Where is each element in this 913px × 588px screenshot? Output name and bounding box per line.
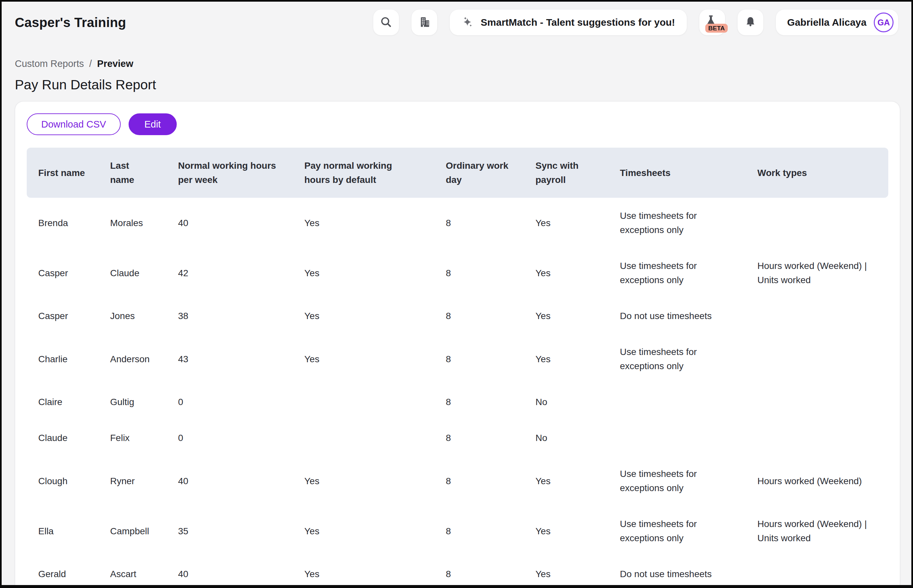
table-body: BrendaMorales40Yes8YesUse timesheets for… [27, 198, 888, 585]
table-row: EllaCampbell35Yes8YesUse timesheets for … [27, 506, 888, 556]
user-name: Gabriella Alicaya [787, 17, 866, 28]
column-header: Timesheets [608, 148, 746, 198]
table-cell: 42 [166, 248, 293, 298]
bell-icon [744, 16, 757, 30]
page-title: Pay Run Details Report [15, 77, 898, 93]
table-cell [746, 334, 888, 384]
table-cell [746, 298, 888, 334]
breadcrumb-custom-reports[interactable]: Custom Reports [15, 58, 84, 69]
table-row: BrendaMorales40Yes8YesUse timesheets for… [27, 198, 888, 248]
edit-button[interactable]: Edit [129, 113, 177, 135]
table-cell: Clough [27, 456, 99, 506]
table-cell [293, 420, 434, 456]
table-cell: Felix [99, 420, 166, 456]
breadcrumb: Custom Reports / Preview [15, 58, 898, 69]
table-row: ClaudeFelix08No [27, 420, 888, 456]
table-cell: 0 [166, 420, 293, 456]
table-cell: Brenda [27, 198, 99, 248]
table-cell: Yes [524, 334, 608, 384]
table-cell: Casper [27, 248, 99, 298]
download-csv-button[interactable]: Download CSV [27, 113, 121, 135]
table-cell [746, 556, 888, 585]
table-cell: Anderson [99, 334, 166, 384]
table-cell: Yes [524, 506, 608, 556]
table-cell: 40 [166, 456, 293, 506]
search-icon [380, 16, 393, 30]
smartmatch-label: SmartMatch - Talent suggestions for you! [481, 17, 675, 28]
table-cell: 8 [434, 384, 524, 420]
table-cell: Yes [524, 248, 608, 298]
breadcrumb-separator: / [89, 58, 92, 69]
table-cell: Use timesheets for exceptions only [608, 334, 746, 384]
table-cell: Ascart [99, 556, 166, 585]
table-cell: 8 [434, 456, 524, 506]
top-bar: Casper's Training [2, 2, 911, 35]
table-row: ClaireGultig08No [27, 384, 888, 420]
notifications-button[interactable] [738, 10, 763, 35]
table-cell [293, 384, 434, 420]
column-header: Pay normal working hours by default [293, 148, 434, 198]
table-cell: Claude [99, 248, 166, 298]
table-row: CloughRyner40Yes8YesUse timesheets for e… [27, 456, 888, 506]
column-header: Sync with payroll [524, 148, 608, 198]
table-row: CharlieAnderson43Yes8YesUse timesheets f… [27, 334, 888, 384]
table-cell: 8 [434, 198, 524, 248]
table-cell: 8 [434, 556, 524, 585]
table-cell: Casper [27, 298, 99, 334]
breadcrumb-current: Preview [97, 58, 134, 69]
table-cell: Hours worked (Weekend) | Units worked [746, 248, 888, 298]
table-cell: Morales [99, 198, 166, 248]
column-header: Work types [746, 148, 888, 198]
table-cell: 8 [434, 506, 524, 556]
column-header: Normal working hours per week [166, 148, 293, 198]
smartmatch-button[interactable]: SmartMatch - Talent suggestions for you! [450, 10, 687, 35]
table-cell: Hours worked (Weekend) [746, 456, 888, 506]
profile-button[interactable]: Gabriella Alicaya GA [776, 10, 898, 35]
table-cell: Ryner [99, 456, 166, 506]
table-cell [746, 384, 888, 420]
table-cell: Yes [293, 298, 434, 334]
table-cell: 40 [166, 556, 293, 585]
organisations-button[interactable] [412, 10, 437, 35]
table-cell: Use timesheets for exceptions only [608, 456, 746, 506]
table-cell: No [524, 384, 608, 420]
table-cell: 43 [166, 334, 293, 384]
table-cell: Yes [293, 506, 434, 556]
beta-badge: BETA [705, 24, 728, 32]
table-cell: Campbell [99, 506, 166, 556]
table-cell: No [524, 420, 608, 456]
table-cell [608, 420, 746, 456]
table-cell: Yes [293, 456, 434, 506]
table-cell: Yes [293, 248, 434, 298]
table-cell: Yes [524, 556, 608, 585]
column-header: Ordinary work day [434, 148, 524, 198]
table-cell: 38 [166, 298, 293, 334]
avatar: GA [874, 13, 894, 32]
table-cell: Claire [27, 384, 99, 420]
table-cell: Ella [27, 506, 99, 556]
table-cell: Charlie [27, 334, 99, 384]
table-cell: Yes [293, 198, 434, 248]
table-cell: Do not use timesheets [608, 298, 746, 334]
table-cell: 8 [434, 248, 524, 298]
table-row: GeraldAscart40Yes8YesDo not use timeshee… [27, 556, 888, 585]
search-button[interactable] [373, 10, 399, 35]
table-cell: Gerald [27, 556, 99, 585]
toolbar: Download CSV Edit [27, 113, 888, 135]
table-cell: Yes [293, 334, 434, 384]
report-card: Download CSV Edit First nameLast nameNor… [15, 101, 900, 585]
buildings-icon [417, 15, 431, 30]
table-cell: Use timesheets for exceptions only [608, 198, 746, 248]
table-cell [746, 420, 888, 456]
table-cell: Hours worked (Weekend) | Units worked [746, 506, 888, 556]
table-cell: 8 [434, 334, 524, 384]
table-cell: 8 [434, 420, 524, 456]
labs-button[interactable]: BETA [699, 10, 725, 35]
table-row: CasperJones38Yes8YesDo not use timesheet… [27, 298, 888, 334]
table-cell: Use timesheets for exceptions only [608, 506, 746, 556]
column-header: First name [27, 148, 99, 198]
report-table: First nameLast nameNormal working hours … [27, 148, 888, 585]
table-cell: Claude [27, 420, 99, 456]
app-title: Casper's Training [15, 15, 126, 30]
sparkles-icon [462, 16, 475, 29]
